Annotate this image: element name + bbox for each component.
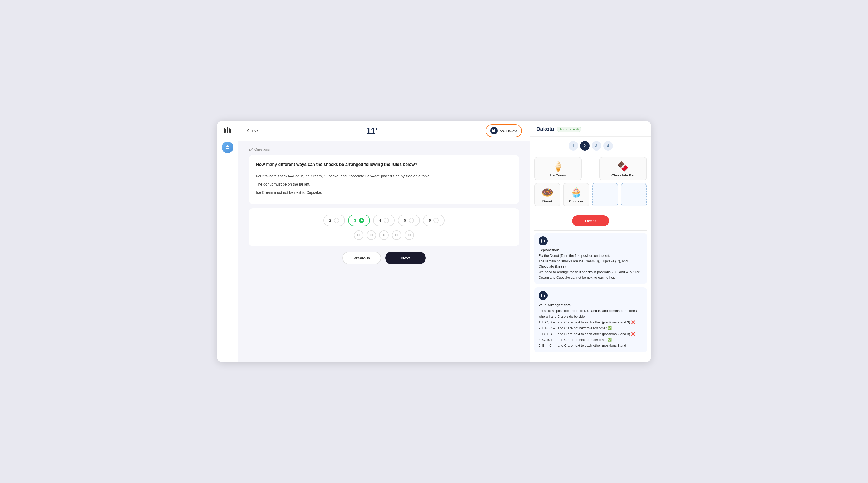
valid-arrangements-title: Valid Arrangements: — [538, 303, 572, 307]
ask-dakota-button[interactable]: Ask Dakota — [486, 124, 522, 137]
donut-label: Donut — [542, 199, 553, 203]
help-btn-5[interactable]: © — [404, 230, 414, 240]
answer-card: 2 3 4 5 — [249, 208, 519, 246]
svg-point-5 — [226, 145, 228, 147]
svg-rect-4 — [230, 129, 231, 133]
previous-button[interactable]: Previous — [342, 252, 381, 264]
snack-card-ice-cream: 🍦 Ice Cream — [534, 157, 582, 180]
answer-value-4: 4 — [379, 218, 381, 223]
answer-option-2[interactable]: 2 — [323, 215, 345, 226]
answer-value-3: 3 — [354, 218, 356, 223]
svg-rect-8 — [494, 129, 495, 132]
radio-2 — [334, 218, 339, 223]
snack-slot-4[interactable] — [621, 183, 647, 206]
explanation-header — [538, 236, 643, 246]
svg-rect-18 — [544, 294, 544, 297]
answer-option-3[interactable]: 3 — [348, 215, 370, 226]
dakota-icon-arrangements — [538, 291, 548, 300]
svg-rect-6 — [493, 130, 493, 132]
arrangements-intro: Let's list all possible orders of I, C, … — [538, 309, 637, 318]
snack-slot-3[interactable] — [592, 183, 618, 206]
svg-rect-17 — [543, 294, 543, 297]
chocolate-bar-label: Chocolate Bar — [612, 173, 635, 177]
chocolate-bar-emoji: 🍫 — [617, 162, 629, 171]
reset-container: Reset — [530, 213, 651, 230]
right-panel: Dakota Academic AI © 1 2 3 4 🍦 — [530, 121, 651, 362]
arrangements-text: Valid Arrangements: Let's list all possi… — [538, 302, 643, 349]
sidebar-logo-icon — [223, 126, 232, 136]
step-dot-3[interactable]: 3 — [592, 141, 601, 150]
snack-display: 🍦 Ice Cream 🍫 Chocolate Bar 🍩 Donut 🧁 Cu… — [530, 155, 651, 213]
svg-rect-3 — [228, 128, 230, 133]
answer-option-4[interactable]: 4 — [373, 215, 395, 226]
main-content: Exit 11+ Ask Dakota 2/4 Questions — [238, 121, 530, 362]
app-logo: 11+ — [366, 126, 377, 136]
dakota-icon-explanation — [538, 236, 548, 246]
explanation-text: Explanation: Fix the Donut (D) in the fi… — [538, 248, 643, 281]
ice-cream-label: Ice Cream — [550, 173, 566, 177]
snack-card-donut: 🍩 Donut — [534, 183, 560, 206]
question-body-line-3: Ice Cream must not be next to Cupcake. — [256, 189, 512, 196]
arrangement-3: 3. C, I, B – I and C are next to each ot… — [538, 332, 635, 336]
valid-arrangements-header — [538, 291, 643, 300]
question-body: Four favorite snacks—Donut, Ice Cream, C… — [256, 173, 512, 196]
answer-value-6: 6 — [429, 218, 431, 223]
question-title: How many different ways can the snacks b… — [256, 161, 512, 168]
snack-top-row: 🍦 Ice Cream 🍫 Chocolate Bar — [534, 157, 647, 180]
explanation-section: Explanation: Fix the Donut (D) in the fi… — [530, 231, 651, 357]
help-btn-3[interactable]: © — [379, 230, 389, 240]
answer-value-5: 5 — [404, 218, 406, 223]
arrangement-2: 2. I, B, C – I and C are not next to eac… — [538, 326, 612, 330]
snack-card-cupcake: 🧁 Cupcake — [563, 183, 589, 206]
svg-rect-10 — [541, 239, 542, 243]
help-row: © © © © © — [256, 230, 512, 240]
svg-rect-2 — [227, 127, 228, 134]
svg-rect-15 — [541, 294, 542, 297]
answer-value-2: 2 — [329, 218, 331, 223]
question-body-line-1: Four favorite snacks—Donut, Ice Cream, C… — [256, 173, 512, 179]
help-btn-2[interactable]: © — [367, 230, 376, 240]
cupcake-emoji: 🧁 — [570, 188, 582, 197]
explanation-card: Explanation: Fix the Donut (D) in the fi… — [534, 233, 647, 284]
step-indicators: 1 2 3 4 — [530, 137, 651, 155]
help-btn-4[interactable]: © — [392, 230, 401, 240]
academic-ai-badge: Academic AI © — [557, 126, 582, 132]
nav-buttons: Previous Next — [249, 252, 519, 264]
svg-rect-7 — [493, 130, 494, 132]
right-panel-header: Dakota Academic AI © — [530, 121, 651, 137]
explanation-title: Explanation: — [538, 248, 559, 252]
app-container: Exit 11+ Ask Dakota 2/4 Questions — [217, 121, 651, 362]
question-body-line-2: The donut must be on the far left. — [256, 181, 512, 188]
svg-rect-0 — [224, 127, 225, 133]
valid-arrangements-card: Valid Arrangements: Let's list all possi… — [534, 287, 647, 352]
answer-option-6[interactable]: 6 — [423, 215, 444, 226]
help-btn-1[interactable]: © — [354, 230, 364, 240]
ice-cream-emoji: 🍦 — [552, 162, 564, 171]
answer-option-5[interactable]: 5 — [398, 215, 420, 226]
reset-button[interactable]: Reset — [572, 216, 609, 226]
svg-rect-14 — [544, 240, 545, 242]
next-button[interactable]: Next — [385, 252, 426, 264]
step-dot-2[interactable]: 2 — [580, 141, 590, 150]
svg-rect-19 — [544, 295, 545, 297]
question-area: 2/4 Questions How many different ways ca… — [238, 141, 530, 362]
exit-button[interactable]: Exit — [246, 129, 258, 133]
sidebar — [217, 121, 238, 362]
radio-5 — [409, 218, 414, 223]
back-arrow-icon — [246, 129, 250, 133]
svg-rect-9 — [495, 130, 495, 132]
step-dot-4[interactable]: 4 — [603, 141, 613, 150]
arrangement-4: 4. C, B, I – I and C are not next to eac… — [538, 338, 612, 342]
snack-bottom-row: 🍩 Donut 🧁 Cupcake — [534, 183, 647, 206]
svg-rect-1 — [225, 129, 226, 133]
ask-dakota-label: Ask Dakota — [500, 129, 517, 133]
answer-options: 2 3 4 5 — [256, 215, 512, 226]
snack-card-chocolate-bar: 🍫 Chocolate Bar — [599, 157, 647, 180]
exit-label: Exit — [252, 129, 258, 133]
sidebar-avatar — [222, 142, 233, 153]
svg-rect-12 — [543, 239, 543, 243]
question-card: How many different ways can the snacks b… — [249, 155, 519, 204]
radio-3 — [359, 218, 364, 223]
step-dot-1[interactable]: 1 — [568, 141, 578, 150]
academic-ai-label: Academic AI © — [560, 127, 579, 131]
